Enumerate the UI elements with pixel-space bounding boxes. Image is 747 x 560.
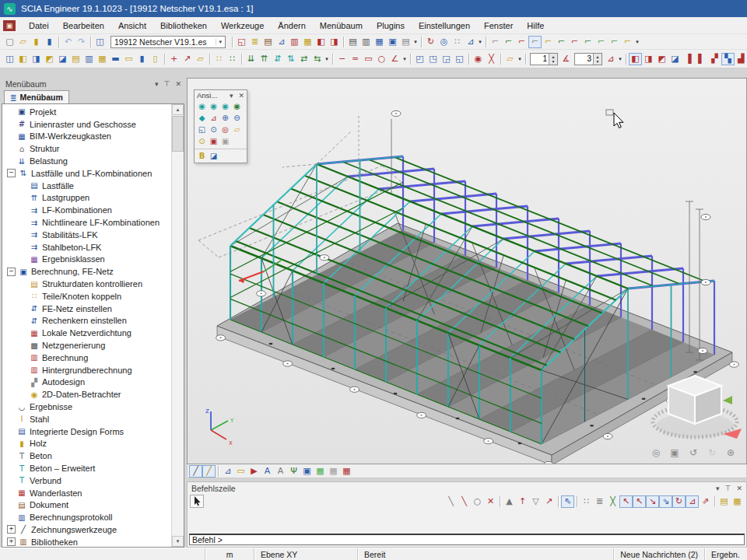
member-column-button[interactable]: ▥ (82, 53, 96, 65)
zoom-out-button[interactable]: ⊖ (231, 112, 243, 124)
tree-item-autodesign[interactable]: ▞Autodesign (2, 376, 171, 389)
tab-menubaum[interactable]: ≣ Menübaum (4, 90, 69, 103)
snap-line-red-button[interactable]: ╲ (458, 495, 471, 508)
layers-manager-button[interactable]: ≣ (248, 36, 261, 48)
menu-item-einstellungen[interactable]: Einstellungen (412, 18, 477, 33)
show-structure-tree-button[interactable]: Ψ (287, 465, 300, 478)
scroll-thumb[interactable] (172, 116, 184, 152)
table-clipboard-button[interactable]: ▦ (731, 495, 744, 508)
panel-pin-icon[interactable]: ⊤ (164, 80, 170, 88)
open-library-button[interactable]: ▱ (503, 53, 517, 65)
member-beam-button[interactable]: ▤ (69, 53, 82, 65)
check-structure-button[interactable]: ◎ (437, 36, 451, 48)
open-project-button[interactable]: ▱ (16, 36, 30, 48)
tree-item-stabilitäts-lfk[interactable]: ⇉Stabilitäts-LFK (2, 229, 171, 241)
export-activity-button[interactable]: ↻ (424, 36, 437, 48)
snap-midpoint-button[interactable]: ▽ (529, 495, 542, 508)
view-flag-11-dropdown[interactable]: ▾ (634, 39, 640, 45)
tree-item-teile-knoten-koppeln[interactable]: ∷Teile/Knoten koppeln (2, 290, 171, 303)
cmd-dropdown-icon[interactable]: ▾ (716, 485, 720, 492)
view-flag-7-button[interactable]: ⌐ (568, 36, 581, 48)
member-select-1-button[interactable]: ◧ (629, 53, 642, 65)
cut-plane-button[interactable]: ╳ (485, 53, 498, 65)
snap-delete-button[interactable]: ✕ (484, 495, 497, 508)
member-select-6-button[interactable]: ▌ (695, 53, 708, 65)
cmd-pin-icon[interactable]: ⊤ (725, 485, 731, 492)
light-toggle-button[interactable]: ⊙ (196, 135, 208, 147)
zoom-in-button[interactable]: ⊕ (219, 112, 231, 124)
node-add-button[interactable]: + (167, 53, 181, 65)
tree-item-dokument[interactable]: ▤Dokument (2, 499, 171, 512)
menu-item-werkzeuge[interactable]: Werkzeuge (214, 18, 271, 33)
calculator-button[interactable]: ▦ (373, 36, 386, 48)
tree-item-ergebnisklassen[interactable]: ▦Ergebnisklassen (2, 254, 171, 266)
snap-grid-lines-button[interactable]: ≣ (593, 495, 606, 508)
member-select-2-button[interactable]: ◨ (642, 53, 655, 65)
member-select-8-button[interactable]: ▚ (721, 53, 735, 65)
tree-item-netzgenerierung[interactable]: ▩Netzgenerierung (2, 339, 171, 352)
scroll-down-icon[interactable]: ▼ (172, 536, 184, 547)
snap-vertex-button[interactable]: ▲ (503, 495, 516, 508)
cmd-close-icon[interactable]: ✕ (736, 485, 742, 492)
draw-line-button[interactable]: ─ (335, 53, 349, 65)
draw-mode-button[interactable]: ╱ (189, 465, 202, 478)
draw-mode-color-button[interactable]: ╱ (202, 465, 216, 478)
status-messages[interactable]: Neue Nachrichten (2) (613, 548, 704, 560)
view-flag-6-button[interactable]: ⌐ (555, 36, 568, 48)
column-right-dropdown[interactable]: ▾ (324, 56, 330, 62)
save-all-button[interactable]: ▮ (43, 36, 56, 48)
tree-item-linienraster-und-geschosse[interactable]: #Linienraster und Geschosse (2, 118, 171, 131)
view-flag-9-button[interactable]: ⌐ (594, 36, 608, 48)
show-doc-button[interactable]: ▣ (300, 465, 314, 478)
tree-item-stahlbeton-lfk[interactable]: ⇉Stahlbeton-LFK (2, 241, 171, 254)
tree-item-berechnung-fe-netz[interactable]: −▣Berechnung, FE-Netz (2, 265, 171, 278)
member-select-4-button[interactable]: ◪ (668, 53, 682, 65)
frame-red-2-button[interactable]: ◨ (328, 36, 341, 48)
project-combo-arrow-icon[interactable]: ▾ (216, 39, 222, 45)
axonometry-button[interactable]: ◆ (196, 112, 208, 124)
node-move-button[interactable]: ↗ (181, 53, 194, 65)
activity-tool-button[interactable]: ∡ (559, 53, 573, 65)
show-layers-gray-button[interactable]: ▦ (327, 465, 340, 478)
undo-button[interactable]: ↶ (61, 36, 75, 48)
palette-dropdown-icon[interactable]: ▾ (230, 92, 233, 100)
member-mirror-button[interactable]: ◩ (43, 53, 56, 65)
project-data-button[interactable]: ◱ (235, 36, 248, 48)
column-left-button[interactable]: ⇄ (297, 53, 310, 65)
view-flag-2-button[interactable]: ⌐ (502, 36, 515, 48)
view-z-button[interactable]: ◉ (219, 100, 231, 112)
table-input-button[interactable]: ∷ (451, 36, 464, 48)
window-tile-3-button[interactable]: ◲ (440, 53, 453, 65)
layer-tool-button[interactable]: ⊿ (604, 53, 617, 65)
tree-item-strukturdaten-kontrollieren[interactable]: ▤Strukturdaten kontrollieren (2, 278, 171, 290)
menu-item-ansicht[interactable]: Ansicht (111, 18, 153, 33)
show-axes-button[interactable]: ⊿ (221, 465, 234, 478)
member-wall-button[interactable]: ▬ (109, 53, 122, 65)
window-tile-4-button[interactable]: ◱ (453, 53, 466, 65)
draw-rect-button[interactable]: ▭ (362, 53, 375, 65)
snap-up-button[interactable]: ↑ (516, 495, 529, 508)
tree-item-beton[interactable]: TBeton (2, 450, 171, 462)
help-pointer-button[interactable]: ⊿ (464, 36, 477, 48)
mesh-view-button[interactable]: ▦ (301, 36, 314, 48)
tree-item-beton-erweitert[interactable]: TBeton – Erweitert (2, 462, 171, 474)
zoom-window-button[interactable]: ◱ (196, 124, 208, 135)
tree-item-verbund[interactable]: TVerbund (2, 474, 171, 487)
tree-item-lastfälle[interactable]: ▤Lastfälle (2, 180, 171, 192)
column-pair-button[interactable]: ⇅ (284, 53, 297, 65)
viewport-3d[interactable]: ZYX Ansi... ▾ ✕ ◉◉◉◉◆⊿⊕⊖◱⊙◎▱⊙▣▣B◪ ◎▣↺↻⊛ (187, 78, 747, 464)
view-flag-5-button[interactable]: ⌐ (542, 36, 555, 48)
snap-zigzag-button[interactable]: ⇗ (699, 495, 712, 508)
catalog-button[interactable]: ▤ (261, 36, 275, 48)
member-copy-button[interactable]: ◨ (30, 53, 43, 65)
view-flag-8-button[interactable]: ⌐ (581, 36, 594, 48)
xy-diagram-button[interactable]: ⊿ (275, 36, 288, 48)
member-1d-button[interactable]: ◫ (3, 53, 16, 65)
snap-mode-4-button[interactable]: ⇘ (659, 495, 672, 508)
redo-button[interactable]: ↷ (75, 36, 88, 48)
tree-item-holz[interactable]: ▮Holz (2, 438, 171, 450)
tree-item-belastung[interactable]: ⇊Belastung (2, 155, 171, 167)
print-button[interactable]: ▤ (346, 36, 359, 48)
show-names-button[interactable]: A (274, 465, 287, 478)
tree-item-nichtlineare-lf-kombinationen[interactable]: ⇉Nichtlineare LF-Kombinationen (2, 216, 171, 229)
